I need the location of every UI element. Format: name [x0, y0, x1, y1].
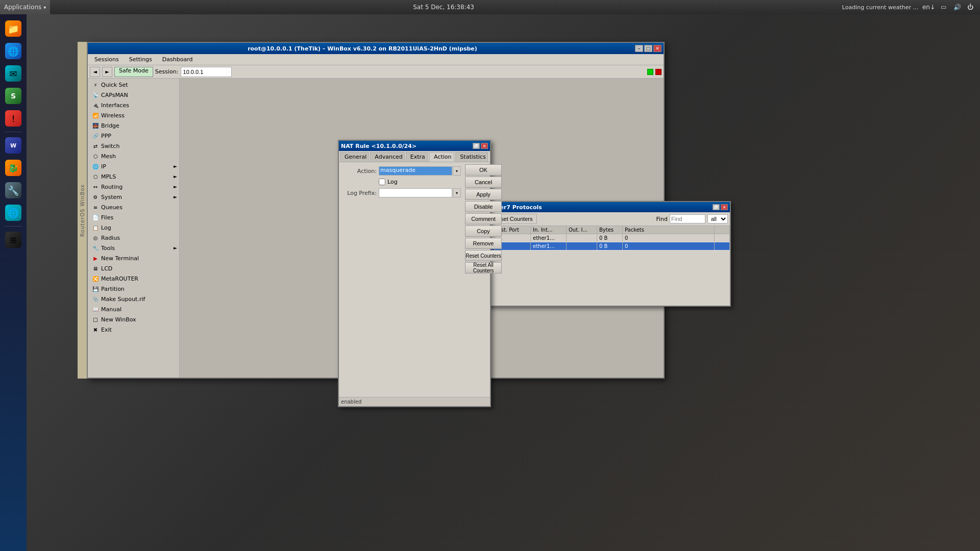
browser-icon: 🌐	[5, 43, 21, 59]
session-input[interactable]	[181, 67, 232, 77]
reset-all-counters-button[interactable]: Reset All Counters	[465, 262, 502, 273]
applications-menu[interactable]: Applications ▾	[0, 0, 50, 14]
cancel-button[interactable]: Cancel	[465, 177, 502, 188]
dock-item-tools[interactable]: 🔧	[3, 180, 23, 201]
sidebar-item-tools[interactable]: 🔧 Tools ►	[88, 243, 179, 253]
log-prefix-dropdown-btn[interactable]: ▾	[453, 188, 461, 197]
find-input[interactable]	[670, 214, 705, 223]
dock-item-files[interactable]: 📁	[3, 18, 23, 39]
row1-in-int: ether1…	[531, 234, 567, 242]
menu-dashboard[interactable]: Dashboard	[158, 55, 198, 64]
sidebar-item-ppp[interactable]: 🔗 PPP	[88, 131, 179, 141]
dock-item-appgrid[interactable]: ⊞	[3, 230, 23, 250]
routing-label: Routing	[101, 184, 122, 190]
stats-restore-btn[interactable]: 🗗	[713, 204, 720, 210]
sidebar-item-switch[interactable]: ⇄ Switch	[88, 141, 179, 151]
sidebar-item-mpls[interactable]: ⬡ MPLS ►	[88, 171, 179, 182]
sidebar-item-interfaces[interactable]: 🔌 Interfaces	[88, 100, 179, 110]
new-winbox-icon: □	[92, 316, 99, 323]
sidebar-item-queues[interactable]: ≡ Queues	[88, 202, 179, 212]
nat-close-btn[interactable]: ✕	[481, 143, 488, 149]
sidebar-item-new-winbox[interactable]: □ New WinBox	[88, 314, 179, 324]
sidebar-item-make-supout[interactable]: 📎 Make Supout.rif	[88, 294, 179, 304]
dock-item-browser[interactable]: 🌐	[3, 41, 23, 61]
winbox-title: root@10.0.0.1 (TheTik) – WinBox v6.30.2 …	[90, 45, 635, 52]
sidebar-item-ip[interactable]: 🌐 IP ►	[88, 161, 179, 171]
forward-button[interactable]: ►	[102, 67, 112, 77]
sidebar-item-log[interactable]: 📋 Log	[88, 222, 179, 233]
sidebar-item-metarouter[interactable]: 🔀 MetaROUTER	[88, 273, 179, 284]
mpls-label: MPLS	[101, 173, 116, 180]
minimize-all-icon[interactable]: ▭	[939, 3, 948, 12]
action-select[interactable]: masquerade	[379, 166, 452, 176]
sidebar-item-wireless[interactable]: 📶 Wireless	[88, 110, 179, 120]
nat-restore-btn[interactable]: 🗗	[473, 143, 480, 149]
tab-advanced[interactable]: Advanced	[370, 152, 404, 162]
language-selector[interactable]: en↓	[922, 4, 935, 11]
make-supout-label: Make Supout.rif	[101, 296, 145, 303]
mpls-arrow: ►	[174, 174, 177, 179]
stats-row-2[interactable]: ether1… 0 B 0	[487, 242, 730, 251]
comment-button[interactable]: Comment	[465, 213, 502, 224]
sidebar-item-manual[interactable]: 📖 Manual	[88, 304, 179, 314]
copy-button[interactable]: Copy	[465, 226, 502, 237]
mpls-icon: ⬡	[92, 173, 99, 180]
back-button[interactable]: ◄	[90, 67, 100, 77]
winbox-close-btn[interactable]: ✕	[653, 45, 662, 52]
s-app-icon: S	[5, 88, 21, 104]
tab-extra[interactable]: Extra	[406, 152, 428, 162]
dock-item-network[interactable]: 🌐	[3, 203, 23, 223]
sidebar-item-capsman[interactable]: 📡 CAPsMAN	[88, 90, 179, 100]
sidebar-item-bridge[interactable]: 🌉 Bridge	[88, 120, 179, 131]
ok-button[interactable]: OK	[465, 164, 502, 176]
applications-label: Applications	[4, 4, 41, 11]
winbox-maximize-btn[interactable]: □	[644, 45, 652, 52]
sidebar-item-partition[interactable]: 💾 Partition	[88, 284, 179, 294]
sidebar-item-radius[interactable]: ◎ Radius	[88, 233, 179, 243]
files-sidebar-icon: 📄	[92, 214, 99, 221]
sidebar-item-new-terminal[interactable]: ▶ New Terminal	[88, 253, 179, 263]
reset-counters-button[interactable]: Reset Counters	[465, 250, 502, 261]
queues-icon: ≡	[92, 204, 99, 211]
menu-sessions[interactable]: Sessions	[90, 55, 124, 64]
dock-item-email[interactable]: ✉	[3, 63, 23, 84]
application-dock: 📁 🌐 ✉ S ! W 🐉 🔧 🌐 ⊞	[0, 14, 27, 551]
sidebar-item-mesh[interactable]: ⬡ Mesh	[88, 151, 179, 161]
tab-action[interactable]: Action	[429, 152, 454, 162]
sidebar-item-files[interactable]: 📄 Files	[88, 212, 179, 222]
disable-button[interactable]: Disable	[465, 201, 502, 212]
sidebar-item-exit[interactable]: ✖ Exit	[88, 324, 179, 335]
dock-item-winbox[interactable]: W	[3, 135, 23, 156]
safe-mode-button[interactable]: Safe Mode	[114, 67, 153, 77]
log-prefix-input[interactable]	[379, 188, 452, 197]
session-label: Session:	[155, 68, 179, 75]
action-dropdown-btn[interactable]: ▾	[453, 166, 461, 176]
winbox-minimize-btn[interactable]: –	[635, 45, 643, 52]
menu-settings[interactable]: Settings	[125, 55, 157, 64]
manual-icon: 📖	[92, 306, 99, 313]
remove-button[interactable]: Remove	[465, 238, 502, 249]
metarouter-icon: 🔀	[92, 275, 99, 282]
sidebar-item-routing[interactable]: ↔ Routing ►	[88, 182, 179, 192]
dock-item-alert[interactable]: !	[3, 108, 23, 129]
sidebar-item-system[interactable]: ⚙ System ►	[88, 192, 179, 202]
tools-icon: 🔧	[5, 182, 21, 198]
stats-close-btn[interactable]: ✕	[721, 204, 728, 210]
sidebar-item-lcd[interactable]: 🖥 LCD	[88, 263, 179, 273]
tab-statistics[interactable]: Statistics	[455, 152, 488, 162]
dock-item-dragon[interactable]: 🐉	[3, 158, 23, 178]
stats-row-1[interactable]: ether1… 0 B 0	[487, 234, 730, 242]
system-arrow: ►	[174, 194, 177, 199]
tab-general[interactable]: General	[340, 152, 369, 162]
apply-button[interactable]: Apply	[465, 189, 502, 200]
power-icon[interactable]: ⏻	[966, 3, 975, 12]
files-icon: 📁	[5, 20, 21, 37]
dock-item-s[interactable]: S	[3, 86, 23, 106]
volume-icon[interactable]: 🔊	[952, 3, 962, 12]
mesh-icon: ⬡	[92, 153, 99, 160]
row1-extra	[715, 234, 730, 242]
manual-label: Manual	[101, 306, 121, 313]
log-checkbox[interactable]	[379, 179, 385, 185]
sidebar-item-quickset[interactable]: ⚡ Quick Set	[88, 80, 179, 90]
filter-select[interactable]: all	[707, 214, 728, 223]
